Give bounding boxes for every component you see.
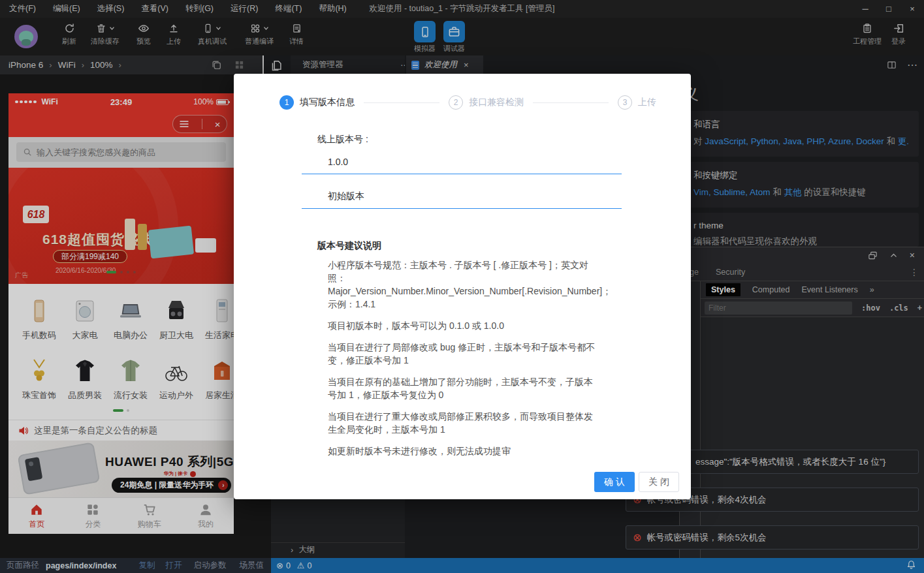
step-circle-3: 3	[618, 95, 632, 110]
step-label-3: 上传	[638, 97, 656, 108]
step-label-1: 填写版本信息	[300, 97, 355, 108]
tip-paragraph: 如更新时版本号未进行修改，则无法成功提审	[328, 444, 597, 457]
tip-paragraph: 项目初版本时，版本号可以为 0.1.0 或 1.0.0	[328, 319, 597, 332]
confirm-button[interactable]: 确 认	[594, 472, 635, 492]
step-connector	[533, 102, 609, 103]
description-input[interactable]	[302, 191, 622, 208]
tip-paragraph: 小程序版本号规范：主版本号 . 子版本号 [ .修正版本号 ]；英文对照：Maj…	[328, 258, 597, 311]
steps-indicator: 1 填写版本信息 2 接口兼容检测 3 上传	[279, 95, 656, 110]
version-field-label: 线上版本号 :	[317, 134, 368, 146]
upload-version-dialog: 1 填写版本信息 2 接口兼容检测 3 上传 线上版本号 : 版本号建议说明 小…	[234, 74, 691, 499]
tips-list: 小程序版本号规范：主版本号 . 子版本号 [ .修正版本号 ]；英文对照：Maj…	[328, 258, 597, 457]
description-field	[302, 190, 622, 209]
version-input[interactable]	[302, 157, 622, 174]
version-field	[302, 156, 622, 174]
tip-paragraph: 当项目在进行了局部修改或 bug 修正时，主版本号和子版本号都不变，修正版本号加…	[328, 341, 597, 367]
step-circle-2: 2	[449, 95, 463, 110]
step-connector	[364, 102, 439, 103]
tip-paragraph: 当项目在进行了重大修改或局部修正累积较多，而导致项目整体发生全局变化时，主版本号…	[328, 410, 597, 436]
step-label-2: 接口兼容检测	[469, 97, 524, 108]
close-button[interactable]: 关 闭	[639, 472, 679, 492]
step-circle-1: 1	[279, 95, 294, 110]
tips-title: 版本号建议说明	[317, 240, 381, 252]
devtool-window: 文件(F) 编辑(E) 选择(S) 查看(V) 转到(G) 运行(R) 终端(T…	[0, 0, 924, 573]
tip-paragraph: 当项目在原有的基础上增加了部分功能时，主版本号不变，子版本号加 1，修正版本号复…	[328, 375, 597, 401]
